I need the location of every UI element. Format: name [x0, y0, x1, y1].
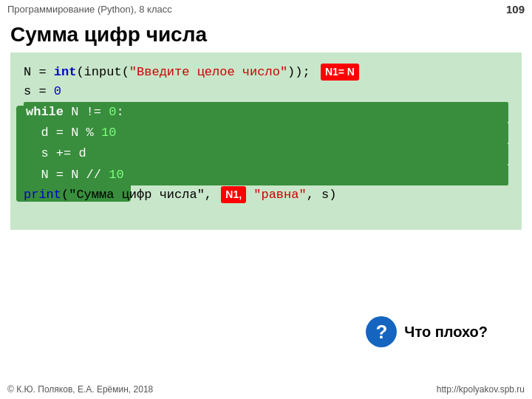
footer-url: http://kpolyakov.spb.ru: [437, 384, 525, 395]
code-input-str: "Введите целое число": [129, 65, 287, 79]
code-zero-1: 0: [54, 84, 61, 98]
code-line-3: while N != 0:: [24, 102, 508, 123]
header-course: Программирование (Python), 8 класс: [7, 4, 172, 15]
code-while-cond: N !=: [64, 105, 109, 119]
footer: © К.Ю. Поляков, Е.А. Ерёмин, 2018 http:/…: [0, 384, 532, 395]
page-title: Сумма цифр числа: [0, 18, 532, 52]
code-while-colon: :: [116, 105, 123, 119]
code-print-fn: print: [24, 188, 61, 202]
code-input-call: (input(: [76, 65, 129, 79]
code-line-6: N = N // 10: [24, 165, 508, 185]
code-print-str1: ("Сумма цифр числа",: [61, 188, 219, 202]
code-print-str2: "равна": [246, 188, 307, 202]
code-int-kw: int: [54, 65, 77, 79]
header-page: 109: [506, 3, 525, 16]
code-zero-2: 0: [109, 105, 116, 119]
code-d-assign: d = N %: [26, 126, 101, 140]
code-ten-1: 10: [101, 126, 116, 140]
question-icon: ?: [366, 316, 397, 347]
code-block: N = int(input("Введите целое число")); N…: [10, 52, 522, 230]
code-line-5: s += d: [24, 143, 508, 164]
code-line-1: N = int(input("Введите целое число")); N…: [24, 63, 508, 82]
code-n-floor-assign: N = N //: [26, 168, 109, 182]
code-s-assign: s =: [24, 84, 54, 98]
header: Программирование (Python), 8 класс 109: [0, 0, 532, 18]
code-ten-2: 10: [109, 168, 123, 182]
question-label: Что плохо?: [404, 324, 488, 341]
badge-n1-top: N1= N: [321, 64, 359, 81]
code-n-assign: N =: [24, 65, 54, 79]
code-close-parens: ));: [287, 65, 310, 79]
footer-copyright: © К.Ю. Поляков, Е.А. Ерёмин, 2018: [7, 384, 153, 395]
code-line-2: s = 0: [24, 82, 508, 101]
question-box: ? Что плохо?: [366, 316, 488, 347]
code-s-plus-assign: s += d: [26, 146, 86, 160]
code-line-7: print("Сумма цифр числа", N1, "равна", s…: [24, 185, 508, 205]
badge-n1-bottom: N1,: [221, 186, 246, 204]
code-line-4: d = N % 10: [24, 123, 508, 143]
code-while-kw: while: [26, 105, 64, 119]
code-print-end: , s): [307, 188, 337, 202]
